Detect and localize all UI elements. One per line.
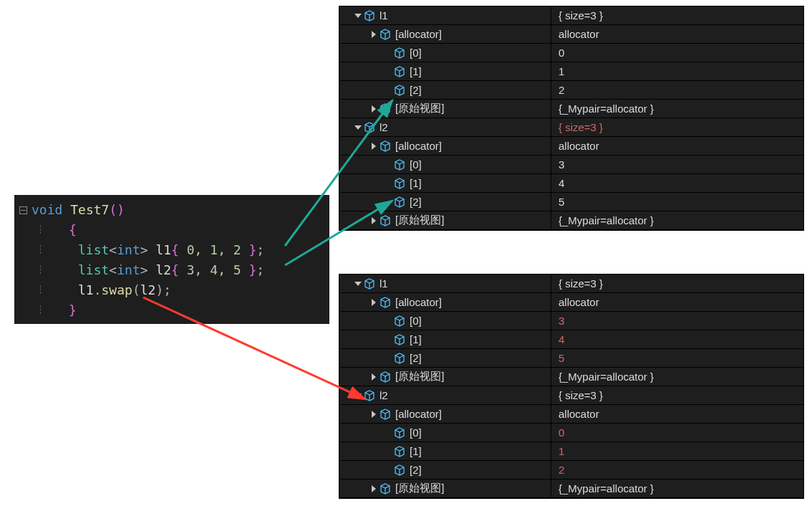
watch-var-name: l2 (380, 121, 388, 133)
variable-icon (394, 159, 405, 171)
variable-icon (394, 464, 405, 476)
watch-var-value: 4 (551, 333, 803, 345)
watch-row[interactable]: l2{ size=3 } (339, 118, 803, 137)
watch-var-name: [allocator] (395, 296, 442, 308)
expand-spacer (384, 335, 392, 344)
watch-row[interactable]: l2{ size=3 } (339, 386, 803, 405)
watch-panel-before[interactable]: l1{ size=3 }[allocator]allocator[0]0[1]1… (339, 6, 804, 231)
watch-row[interactable]: [原始视图]{_Mypair=allocator } (339, 368, 803, 386)
watch-var-name: l1 (380, 277, 388, 290)
watch-var-name: [1] (410, 65, 422, 77)
variable-icon (394, 446, 405, 457)
chevron-down-icon[interactable] (354, 391, 362, 400)
watch-row[interactable]: [2]5 (339, 193, 803, 211)
watch-row[interactable]: [1]4 (339, 330, 803, 349)
watch-var-value: allocator (551, 140, 803, 152)
variable-icon (380, 103, 391, 115)
watch-var-value: 5 (551, 196, 803, 208)
code-line: } (14, 300, 329, 320)
watch-var-name: [0] (410, 315, 422, 327)
watch-var-value: allocator (551, 296, 803, 308)
watch-row[interactable]: l1{ size=3 } (339, 274, 803, 293)
watch-var-value: 0 (551, 426, 803, 439)
variable-icon (394, 178, 405, 189)
variable-icon (394, 196, 405, 208)
function-name: Test7 (70, 202, 109, 217)
watch-row[interactable]: [原始视图]{_Mypair=allocator } (339, 479, 803, 498)
code-editor[interactable]: void Test7 () { list<int> l1{ 0, 1, 2 };… (14, 195, 329, 324)
watch-var-name: [1] (410, 445, 422, 457)
chevron-down-icon[interactable] (354, 11, 362, 20)
expand-spacer (384, 317, 392, 325)
chevron-right-icon[interactable] (369, 142, 378, 151)
chevron-down-icon[interactable] (354, 280, 362, 288)
watch-row[interactable]: [原始视图]{_Mypair=allocator } (339, 100, 803, 118)
watch-row[interactable]: [allocator]allocator (339, 137, 803, 156)
variable-icon (364, 122, 375, 133)
watch-row[interactable]: [0]3 (339, 312, 803, 330)
expand-spacer (384, 354, 392, 363)
watch-row[interactable]: [2]2 (339, 81, 803, 100)
watch-var-value: 5 (551, 352, 803, 364)
chevron-right-icon[interactable] (369, 105, 378, 113)
watch-var-value: { size=3 } (551, 277, 803, 290)
watch-var-value: 1 (551, 445, 803, 457)
watch-row[interactable]: [0]0 (339, 424, 803, 442)
chevron-right-icon[interactable] (369, 298, 378, 307)
variable-icon (380, 140, 391, 152)
chevron-right-icon[interactable] (369, 373, 378, 381)
watch-var-value: 3 (551, 315, 803, 327)
watch-row[interactable]: [allocator]allocator (339, 405, 803, 424)
variable-icon (364, 10, 375, 22)
code-line: list<int> l1{ 0, 1, 2 }; (14, 239, 329, 259)
watch-var-value: 4 (551, 177, 803, 189)
code-line: void Test7 () (14, 199, 329, 219)
watch-var-value: allocator (551, 408, 803, 420)
chevron-right-icon[interactable] (369, 410, 378, 419)
watch-row[interactable]: l1{ size=3 } (339, 6, 803, 25)
chevron-down-icon[interactable] (354, 123, 362, 132)
chevron-right-icon[interactable] (369, 30, 378, 39)
watch-row[interactable]: [0]0 (339, 44, 803, 62)
watch-var-name: [原始视图] (395, 214, 444, 227)
watch-var-name: [0] (410, 158, 422, 171)
watch-var-value: allocator (551, 28, 803, 40)
watch-var-name: [0] (410, 47, 422, 59)
variable-icon (380, 215, 391, 226)
variable-icon (394, 427, 405, 439)
chevron-right-icon[interactable] (369, 484, 378, 493)
watch-row[interactable]: [原始视图]{_Mypair=allocator } (339, 211, 803, 230)
watch-var-value: 3 (551, 158, 803, 171)
variable-icon (380, 483, 391, 495)
watch-row[interactable]: [1]4 (339, 174, 803, 193)
collapse-icon[interactable] (19, 206, 27, 214)
variable-icon (394, 353, 405, 364)
variable-icon (394, 85, 405, 96)
watch-var-name: [原始视图] (395, 370, 444, 383)
watch-row[interactable]: [1]1 (339, 442, 803, 461)
watch-var-name: [2] (410, 352, 422, 364)
chevron-right-icon[interactable] (369, 216, 378, 225)
watch-var-name: [2] (410, 84, 422, 96)
watch-row[interactable]: [1]1 (339, 62, 803, 81)
watch-var-name: [2] (410, 196, 422, 208)
watch-row[interactable]: [allocator]allocator (339, 293, 803, 312)
variable-icon (380, 409, 391, 420)
watch-row[interactable]: [2]5 (339, 349, 803, 368)
expand-spacer (384, 447, 392, 456)
watch-var-name: [allocator] (395, 408, 442, 420)
watch-panel-after[interactable]: l1{ size=3 }[allocator]allocator[0]3[1]4… (339, 274, 804, 499)
code-line: list<int> l2{ 3, 4, 5 }; (14, 259, 329, 280)
watch-row[interactable]: [2]2 (339, 461, 803, 479)
expand-spacer (384, 179, 392, 188)
expand-spacer (384, 161, 392, 169)
watch-var-value: 2 (551, 464, 803, 476)
watch-row[interactable]: [0]3 (339, 156, 803, 174)
variable-icon (380, 29, 391, 40)
watch-var-name: [allocator] (395, 140, 442, 152)
watch-var-name: l2 (380, 389, 388, 401)
variable-icon (394, 47, 405, 59)
watch-var-value: 1 (551, 65, 803, 77)
variable-icon (380, 371, 391, 383)
watch-row[interactable]: [allocator]allocator (339, 25, 803, 44)
